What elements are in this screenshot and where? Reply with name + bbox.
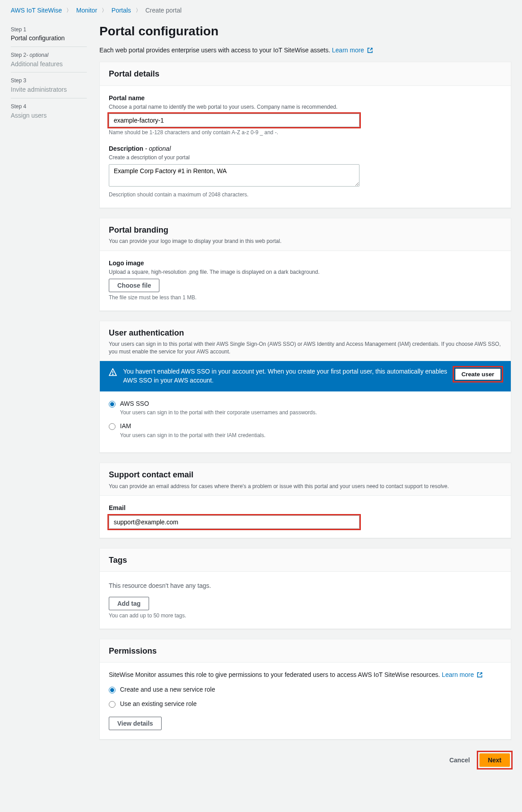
step-title: Portal configuration [11,34,87,43]
highlight-next: Next [478,752,511,768]
step-title: Invite administrators [11,85,87,94]
branding-desc: You can provide your logo image to displ… [109,238,502,245]
step-3[interactable]: Step 3 Invite administrators [11,74,87,98]
learn-more-link[interactable]: Learn more [332,47,373,54]
radio-existing-role-input[interactable] [109,701,116,708]
step-num-label: Step 4 [11,103,26,110]
logo-label: Logo image [109,259,502,268]
radio-sso-label: AWS SSO [120,400,317,408]
radio-aws-sso[interactable]: AWS SSO Your users can sign in to the po… [109,400,502,417]
branding-panel: Portal branding You can provide your log… [99,218,511,311]
support-email-input[interactable] [109,515,359,529]
step-optional: - optional [26,52,48,58]
radio-sso-input[interactable] [109,401,116,408]
highlight-email [109,515,359,529]
wizard-steps: Step 1 Portal configuration Step 2- opti… [11,21,87,777]
radio-new-role-label: Create and use a new service role [120,685,215,694]
next-button[interactable]: Next [479,753,510,767]
permissions-text: SiteWise Monitor assumes this role to gi… [109,671,502,680]
step-2[interactable]: Step 2- optional Additional features [11,49,87,72]
view-details-button[interactable]: View details [109,717,162,730]
logo-hint: Upload a square, high-resolution .png fi… [109,268,502,276]
radio-iam-label: IAM [120,422,265,431]
breadcrumb: AWS IoT SiteWise 〉 Monitor 〉 Portals 〉 C… [0,0,522,18]
breadcrumb-link-sitewise[interactable]: AWS IoT SiteWise [11,6,62,15]
radio-iam-input[interactable] [109,423,116,430]
email-label: Email [109,504,502,513]
tags-header: Tags [109,555,502,566]
support-panel: Support contact email You can provide an… [99,463,511,538]
portal-name-label: Portal name [109,94,502,103]
sso-info-alert: You haven't enabled AWS SSO in your acco… [100,361,511,391]
breadcrumb-current: Create portal [145,6,182,15]
permissions-learn-more[interactable]: Learn more [442,671,483,678]
page-subtitle: Each web portal provides enterprise user… [99,46,511,55]
step-num-label: Step 2 [11,52,26,58]
step-num-label: Step 3 [11,77,26,84]
radio-new-role-input[interactable] [109,687,116,693]
page-title: Portal configuration [99,22,511,40]
breadcrumb-link-portals[interactable]: Portals [111,6,131,15]
permissions-panel: Permissions SiteWise Monitor assumes thi… [99,639,511,740]
step-4[interactable]: Step 4 Assign users [11,100,87,123]
step-title: Additional features [11,60,87,69]
auth-desc: Your users can sign in to this portal wi… [109,340,502,356]
chevron-right-icon: 〉 [66,7,72,14]
step-1[interactable]: Step 1 Portal configuration [11,23,87,47]
permissions-header: Permissions [109,646,502,657]
step-title: Assign users [11,111,87,120]
tags-panel: Tags This resource doesn't have any tags… [99,548,511,629]
radio-existing-role-label: Use an existing service role [120,700,197,709]
cancel-button[interactable]: Cancel [449,757,470,764]
chevron-right-icon: 〉 [102,7,107,14]
choose-file-button[interactable]: Choose file [109,279,159,292]
radio-iam-desc: Your users can sign in to the portal wit… [120,432,265,439]
external-link-icon [367,47,373,53]
description-hint: Create a description of your portal [109,154,502,162]
footer-actions: Cancel Next [99,749,511,777]
tags-helper: You can add up to 50 more tags. [109,612,502,620]
support-desc: You can provide an email address for cas… [109,483,502,490]
add-tag-button[interactable]: Add tag [109,597,149,610]
radio-existing-role[interactable]: Use an existing service role [109,700,502,709]
breadcrumb-link-monitor[interactable]: Monitor [76,6,97,15]
external-link-icon [477,672,483,678]
portal-name-helper: Name should be 1-128 characters and only… [109,129,502,136]
chevron-right-icon: 〉 [136,7,141,14]
radio-sso-desc: Your users can sign in to the portal wit… [120,409,317,417]
create-user-button[interactable]: Create user [455,368,501,380]
highlight-portal-name [109,114,359,127]
warning-icon [109,368,117,376]
auth-header: User authentication [109,327,502,339]
support-header: Support contact email [109,469,502,480]
portal-name-hint: Choose a portal name to identify the web… [109,103,502,111]
radio-iam[interactable]: IAM Your users can sign in to the portal… [109,422,502,439]
logo-helper: The file size must be less than 1 MB. [109,294,502,302]
radio-new-role[interactable]: Create and use a new service role [109,685,502,694]
branding-header: Portal branding [109,225,502,236]
auth-panel: User authentication Your users can sign … [99,321,511,453]
step-num-label: Step 1 [11,26,26,33]
portal-details-panel: Portal details Portal name Choose a port… [99,62,511,208]
portal-details-header: Portal details [109,68,502,80]
svg-point-0 [112,374,113,375]
alert-text: You haven't enabled AWS SSO in your acco… [123,367,448,385]
portal-name-input[interactable] [109,114,359,127]
description-label: Description - optional [109,145,502,153]
description-input[interactable] [109,164,359,187]
highlight-create-user: Create user [454,367,502,381]
subtitle-text: Each web portal provides enterprise user… [99,47,330,54]
description-helper: Description should contain a maximum of … [109,191,502,199]
tags-empty-text: This resource doesn't have any tags. [109,582,502,591]
